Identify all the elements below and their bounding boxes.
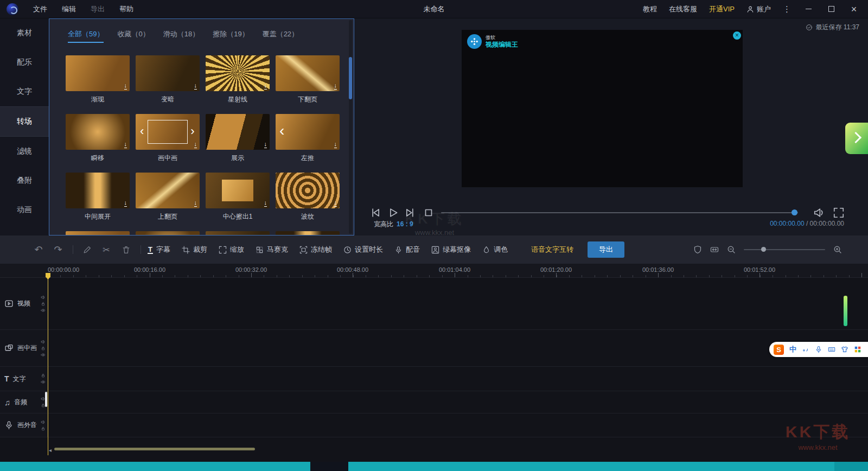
ime-toolbox-icon[interactable] (854, 346, 861, 353)
panel-scrollbar[interactable] (349, 20, 352, 234)
export-button[interactable]: 导出 (588, 241, 624, 258)
menu-file[interactable]: 文件 (33, 4, 47, 14)
sogou-logo-icon[interactable] (774, 345, 784, 355)
audio-track-lane[interactable] (48, 391, 868, 413)
close-button[interactable] (848, 4, 859, 15)
track-area-scrollbar[interactable] (45, 392, 47, 407)
lock-icon[interactable] (41, 426, 46, 431)
tab-wipe[interactable]: 擦除（19） (213, 29, 248, 43)
eye-icon[interactable] (41, 352, 46, 357)
sidebar-item-media[interactable]: 素材 (0, 18, 49, 48)
transition-thumbnail[interactable] (206, 173, 270, 208)
menu-edit[interactable]: 编辑 (62, 4, 76, 14)
lock-icon[interactable] (41, 301, 46, 306)
zoom-out-icon[interactable] (727, 245, 736, 254)
download-icon[interactable] (334, 82, 337, 90)
more-menu-icon[interactable] (783, 4, 791, 14)
sidebar-item-transitions[interactable]: 转场 (0, 106, 49, 137)
stop-button[interactable] (423, 207, 435, 219)
sidebar-item-text[interactable]: 文字 (0, 77, 49, 106)
transition-thumbnail[interactable] (136, 173, 200, 208)
download-icon[interactable] (124, 141, 127, 148)
transition-thumbnail[interactable] (206, 55, 270, 91)
eye-icon[interactable] (41, 380, 46, 385)
timeline-zoom-slider[interactable] (744, 249, 825, 250)
playback-slider-track[interactable] (441, 212, 798, 213)
download-icon[interactable] (124, 200, 127, 207)
ime-punctuation-icon[interactable] (802, 346, 809, 353)
maximize-button[interactable] (826, 4, 837, 15)
sidebar-item-animation[interactable]: 动画 (0, 195, 49, 225)
transition-item[interactable]: 波纹 (276, 173, 340, 220)
transition-thumbnail[interactable] (66, 55, 130, 91)
track-header-voiceover[interactable]: 画外音 (0, 413, 48, 437)
aspect-ratio[interactable]: 宽高比16 : 9 (374, 220, 413, 229)
download-icon[interactable] (194, 82, 197, 90)
track-header-pip[interactable]: 画中画 (0, 330, 48, 366)
tab-slide[interactable]: 滑动（18） (163, 29, 199, 43)
transition-item[interactable] (66, 231, 130, 236)
tutorial-link[interactable]: 教程 (643, 4, 657, 14)
redo-button[interactable] (51, 244, 65, 256)
subtitle-button[interactable]: T 字幕 (148, 245, 170, 254)
download-icon[interactable] (334, 141, 337, 148)
transition-thumbnail[interactable] (136, 231, 200, 236)
transition-thumbnail[interactable] (206, 231, 270, 236)
mute-icon[interactable] (41, 339, 46, 344)
transition-thumbnail[interactable] (66, 231, 130, 236)
crop-button[interactable]: 裁剪 (182, 245, 207, 254)
transition-item[interactable]: 变暗 (136, 55, 200, 103)
ime-keyboard-icon[interactable] (828, 346, 835, 353)
transition-thumbnail[interactable] (136, 55, 200, 91)
speech-to-text-button[interactable]: 语音文字互转 (531, 245, 573, 254)
track-header-video[interactable]: 视频 (0, 278, 48, 329)
chroma-key-button[interactable]: 绿幕抠像 (431, 245, 471, 254)
mute-icon[interactable] (41, 295, 46, 300)
menu-help[interactable]: 帮助 (119, 4, 133, 14)
transition-item[interactable]: 上翻页 (136, 173, 200, 220)
sidebar-item-music[interactable]: 配乐 (0, 48, 49, 77)
download-icon[interactable] (194, 200, 197, 207)
transition-item[interactable]: 下翻页 (276, 55, 340, 103)
ime-language-toggle[interactable]: 中 (789, 345, 796, 354)
transition-thumbnail[interactable] (276, 173, 340, 208)
mute-icon[interactable] (41, 419, 46, 424)
edit-pencil-button[interactable] (80, 245, 94, 254)
transition-item[interactable]: 左推 (276, 114, 340, 162)
color-grade-button[interactable]: 调色 (482, 245, 508, 254)
voiceover-track-lane[interactable] (48, 413, 868, 437)
zoom-button[interactable]: 缩放 (219, 245, 244, 254)
ime-skin-icon[interactable] (841, 346, 848, 353)
fullscreen-icon[interactable] (833, 207, 845, 219)
transition-thumbnail[interactable] (276, 231, 340, 236)
eye-icon[interactable] (41, 308, 46, 313)
transition-item[interactable]: 展示 (206, 114, 270, 162)
transition-thumbnail[interactable] (206, 114, 270, 150)
pip-track-lane[interactable] (48, 330, 868, 366)
ime-mic-icon[interactable] (815, 346, 822, 353)
timeline-horizontal-scrollbar[interactable] (54, 448, 255, 450)
sidebar-item-filters[interactable]: 滤镜 (0, 137, 49, 166)
transition-item[interactable]: 画中画 (136, 114, 200, 162)
transition-item[interactable]: 中心擦出1 (206, 173, 270, 220)
support-link[interactable]: 在线客服 (669, 4, 697, 14)
transition-item[interactable]: 星射线 (206, 55, 270, 103)
download-icon[interactable] (264, 82, 267, 90)
preview-stage[interactable]: 傲软 视频编辑王 (462, 30, 743, 187)
download-icon[interactable] (334, 200, 337, 207)
minimize-button[interactable] (803, 4, 814, 15)
transition-item[interactable]: 中间展开 (66, 173, 130, 220)
duration-button[interactable]: 设置时长 (343, 245, 383, 254)
tab-all[interactable]: 全部（59） (68, 29, 104, 43)
tab-cover[interactable]: 覆盖（22） (263, 29, 298, 43)
watermark-close-icon[interactable] (733, 31, 741, 40)
panel-scrollbar-thumb[interactable] (349, 57, 352, 99)
transition-item[interactable] (206, 231, 270, 236)
download-icon[interactable] (124, 82, 127, 90)
transition-thumbnail[interactable] (66, 173, 130, 208)
lock-icon[interactable] (41, 346, 46, 351)
transition-thumbnail[interactable] (276, 55, 340, 91)
timeline-ruler[interactable]: 00:00:00.00 00:00:16.00 00:00:32.00 00:0… (0, 264, 868, 278)
track-header-text[interactable]: 文字 (0, 367, 48, 391)
playback-slider-handle[interactable] (792, 209, 797, 215)
